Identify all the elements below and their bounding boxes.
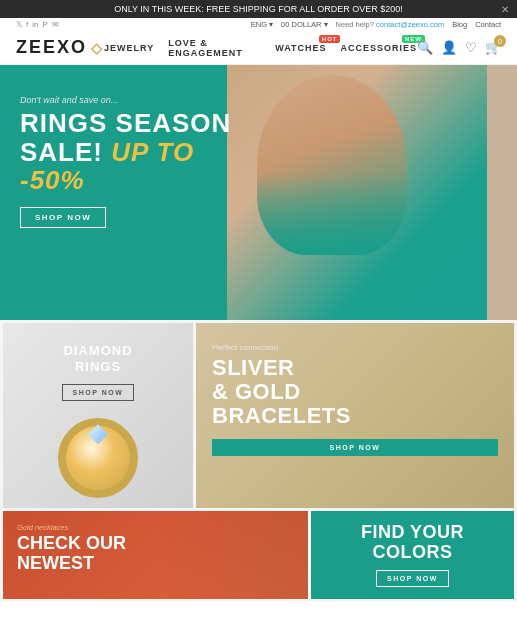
cart-count: 0 xyxy=(494,35,506,47)
ring-image xyxy=(28,416,168,508)
necklaces-card[interactable]: Gold necklaces CHECK OUR NEWEST xyxy=(3,511,308,599)
logo-text: ZEEXO xyxy=(16,37,87,58)
bracelets-shop-button[interactable]: SHOP NOW xyxy=(212,439,498,456)
need-help-text: Need help? contact@zeexo.com xyxy=(336,20,445,29)
facebook-icon[interactable]: f xyxy=(26,20,28,29)
bottom-grid: Gold necklaces CHECK OUR NEWEST FIND YOU… xyxy=(0,511,517,602)
diamond-rings-title: DIAMOND RINGS xyxy=(63,343,132,374)
nav-watches[interactable]: WATCHES HOT xyxy=(275,43,326,53)
find-your-colors-card[interactable]: FIND YOUR COLORS SHOP NOW xyxy=(311,511,514,599)
main-nav: JEWELRY LOVE & ENGAGEMENT WATCHES HOT AC… xyxy=(104,38,417,58)
product-grid: DIAMOND RINGS SHOP NOW Perfect connectio… xyxy=(0,320,517,511)
cart-icon[interactable]: 🛒 0 xyxy=(485,40,501,55)
linkedin-icon[interactable]: in xyxy=(32,20,38,29)
bracelets-title: SLIVER & GOLD BRACELETS xyxy=(212,356,498,429)
bracelets-eyebrow: Perfect connection xyxy=(212,343,498,352)
hero-text-block: Don't wait and save on... RINGS SEASON S… xyxy=(20,95,231,228)
nav-love-engagement[interactable]: LOVE & ENGAGEMENT xyxy=(168,38,261,58)
hot-badge: HOT xyxy=(319,35,341,43)
contact-email[interactable]: contact@zeexo.com xyxy=(376,20,444,29)
diamond-rings-shop-button[interactable]: SHOP NOW xyxy=(62,384,135,401)
header-currency-group: ENG ▾ 00 DOLLAR ▾ Need help? contact@zee… xyxy=(251,20,501,29)
header-top-row: 𝕏 f in P ✉ ENG ▾ 00 DOLLAR ▾ Need help? … xyxy=(0,18,517,31)
find-colors-shop-button[interactable]: SHOP NOW xyxy=(376,570,449,587)
announcement-bar: ONLY IN THIS WEEK: FREE SHIPPING FOR ALL… xyxy=(0,0,517,18)
wishlist-icon[interactable]: ♡ xyxy=(465,40,477,55)
hero-discount: -50% xyxy=(20,166,231,195)
hero-title-line2: SALE! UP TO xyxy=(20,138,231,167)
hero-title: RINGS SEASON SALE! UP TO -50% xyxy=(20,109,231,195)
hero-eyebrow: Don't wait and save on... xyxy=(20,95,231,105)
pinterest-icon[interactable]: P xyxy=(42,20,47,29)
diamond-rings-card[interactable]: DIAMOND RINGS SHOP NOW xyxy=(3,323,193,508)
announcement-text: ONLY IN THIS WEEK: FREE SHIPPING FOR ALL… xyxy=(114,4,403,14)
user-icon[interactable]: 👤 xyxy=(441,40,457,55)
diamond-icon: ◇ xyxy=(91,40,104,56)
logo[interactable]: ZEEXO ◇ xyxy=(16,37,104,58)
twitter-icon[interactable]: 𝕏 xyxy=(16,20,22,29)
hero-banner: Don't wait and save on... RINGS SEASON S… xyxy=(0,65,517,320)
hero-sale-text: UP TO xyxy=(111,137,194,167)
contact-link[interactable]: Contact xyxy=(475,20,501,29)
model-face xyxy=(257,75,407,255)
currency-selector[interactable]: 00 DOLLAR ▾ xyxy=(281,20,328,29)
find-your-colors-title: FIND YOUR COLORS xyxy=(361,523,464,563)
search-icon[interactable]: 🔍 xyxy=(417,40,433,55)
email-icon[interactable]: ✉ xyxy=(52,20,59,29)
language-selector[interactable]: ENG ▾ xyxy=(251,20,273,29)
nav-jewelry[interactable]: JEWELRY xyxy=(104,43,154,53)
close-icon[interactable]: ✕ xyxy=(501,4,509,15)
social-icons: 𝕏 f in P ✉ xyxy=(16,20,59,29)
header-links: Blog Contact xyxy=(452,20,501,29)
necklace-image-overlay xyxy=(158,511,308,599)
main-header: ZEEXO ◇ JEWELRY LOVE & ENGAGEMENT WATCHE… xyxy=(0,31,517,65)
nav-accessories[interactable]: ACCESSORIES NEW xyxy=(340,43,417,53)
blog-link[interactable]: Blog xyxy=(452,20,467,29)
hero-shop-now-button[interactable]: SHOP NOW xyxy=(20,207,106,228)
header-icons: 🔍 👤 ♡ 🛒 0 xyxy=(417,40,501,55)
hero-model-image xyxy=(227,65,487,320)
hero-title-line1: RINGS SEASON xyxy=(20,109,231,138)
bracelets-card[interactable]: Perfect connection SLIVER & GOLD BRACELE… xyxy=(196,323,514,508)
